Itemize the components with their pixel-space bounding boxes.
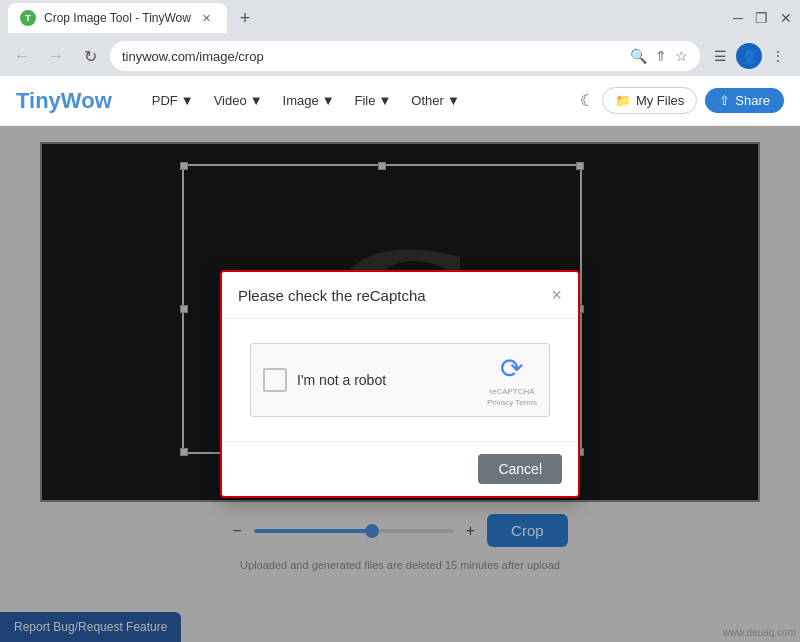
nav-item-other[interactable]: Other ▼ xyxy=(403,89,467,112)
menu-icon[interactable]: ⋮ xyxy=(764,42,792,70)
bookmark-icon[interactable]: ☆ xyxy=(675,48,688,64)
modal-close-button[interactable]: × xyxy=(551,286,562,304)
sidebar-icon[interactable]: ☰ xyxy=(706,42,734,70)
address-bar-icons: 🔍 ⇑ ☆ xyxy=(630,48,688,64)
url-bar[interactable]: tinywow.com/image/crop 🔍 ⇑ ☆ xyxy=(110,41,700,71)
modal-title: Please check the reCaptcha xyxy=(238,287,426,304)
restore-icon[interactable]: ❐ xyxy=(755,10,768,26)
modal-overlay: Please check the reCaptcha × I'm not a r… xyxy=(0,126,800,642)
url-text: tinywow.com/image/crop xyxy=(122,49,264,64)
nav-item-video[interactable]: Video ▼ xyxy=(206,89,271,112)
recaptcha-icon: ⟳ xyxy=(500,352,523,385)
recaptcha-widget[interactable]: I'm not a robot ⟳ reCAPTCHAPrivacy Terms xyxy=(250,343,550,417)
nav-menu: PDF ▼ Video ▼ Image ▼ File ▼ Other ▼ xyxy=(144,89,564,112)
recaptcha-logo: ⟳ reCAPTCHAPrivacy Terms xyxy=(487,352,537,408)
back-button[interactable]: ← xyxy=(8,42,36,70)
close-icon[interactable]: ✕ xyxy=(780,10,792,26)
window-controls: ─ ❐ ✕ xyxy=(733,10,792,26)
recaptcha-brand: reCAPTCHAPrivacy Terms xyxy=(487,387,537,408)
my-files-icon: 📁 xyxy=(615,93,631,108)
modal-header: Please check the reCaptcha × xyxy=(222,272,578,319)
share-icon[interactable]: ⇑ xyxy=(655,48,667,64)
share-icon: ⇧ xyxy=(719,93,730,108)
nav-item-pdf[interactable]: PDF ▼ xyxy=(144,89,202,112)
cancel-button[interactable]: Cancel xyxy=(478,454,562,484)
forward-button[interactable]: → xyxy=(42,42,70,70)
recaptcha-checkbox[interactable] xyxy=(263,368,287,392)
search-icon[interactable]: 🔍 xyxy=(630,48,647,64)
tab-favicon: T xyxy=(20,10,36,26)
minimize-icon[interactable]: ─ xyxy=(733,10,743,26)
page-content: TinyWow PDF ▼ Video ▼ Image ▼ File ▼ Oth… xyxy=(0,76,800,642)
tab-title: Crop Image Tool - TinyWow xyxy=(44,11,191,25)
tab-close-button[interactable]: ✕ xyxy=(199,10,215,26)
recaptcha-label: I'm not a robot xyxy=(297,372,477,388)
modal-body: I'm not a robot ⟳ reCAPTCHAPrivacy Terms xyxy=(222,319,578,441)
address-bar-row: ← → ↻ tinywow.com/image/crop 🔍 ⇑ ☆ ☰ 👤 ⋮ xyxy=(0,36,800,76)
site-nav: TinyWow PDF ▼ Video ▼ Image ▼ File ▼ Oth… xyxy=(0,76,800,126)
browser-extra-icons: ☰ 👤 ⋮ xyxy=(706,42,792,70)
my-files-button[interactable]: 📁 My Files xyxy=(602,87,697,114)
site-logo[interactable]: TinyWow xyxy=(16,88,112,114)
nav-right: ☾ 📁 My Files ⇧ Share xyxy=(580,87,784,114)
reload-button[interactable]: ↻ xyxy=(76,42,104,70)
new-tab-button[interactable]: + xyxy=(231,4,259,32)
main-area: C − + Crop Uploaded and generated files … xyxy=(0,126,800,642)
browser-tab[interactable]: T Crop Image Tool - TinyWow ✕ xyxy=(8,3,227,33)
share-button[interactable]: ⇧ Share xyxy=(705,88,784,113)
nav-item-file[interactable]: File ▼ xyxy=(347,89,400,112)
nav-item-image[interactable]: Image ▼ xyxy=(275,89,343,112)
browser-titlebar: T Crop Image Tool - TinyWow ✕ + ─ ❐ ✕ xyxy=(0,0,800,36)
profile-icon[interactable]: 👤 xyxy=(736,43,762,69)
recaptcha-modal: Please check the reCaptcha × I'm not a r… xyxy=(220,270,580,498)
modal-footer: Cancel xyxy=(222,441,578,496)
dark-mode-icon[interactable]: ☾ xyxy=(580,91,594,110)
